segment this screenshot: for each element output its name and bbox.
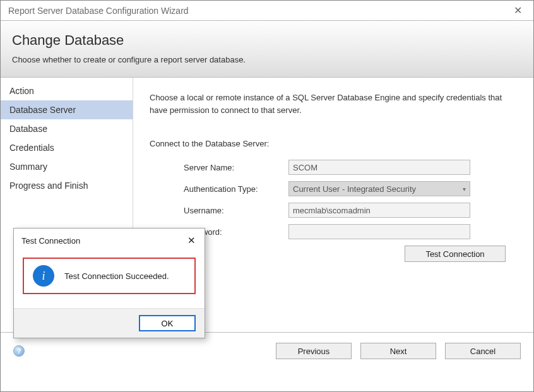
auth-type-select[interactable]: Current User - Integrated Security ▾ [288, 181, 470, 196]
intro-text: Choose a local or remote instance of a S… [150, 92, 503, 116]
dialog-title: Test Connection [21, 236, 80, 246]
username-label: Username: [150, 206, 288, 215]
row-username: Username: [150, 203, 517, 218]
sidebar-item-database-server[interactable]: Database Server [1, 100, 133, 119]
password-input [288, 224, 470, 239]
dialog-highlight: i Test Connection Succeeded. [23, 258, 196, 294]
titlebar: Report Server Database Configuration Wiz… [1, 1, 533, 21]
next-button[interactable]: Next [360, 343, 436, 359]
page-subtitle: Choose whether to create or configure a … [12, 55, 522, 64]
username-input [288, 203, 470, 218]
server-name-label: Server Name: [150, 163, 288, 172]
page-title: Change Database [12, 32, 522, 49]
chevron-down-icon: ▾ [463, 186, 466, 193]
section-label: Connect to the Database Server: [150, 139, 517, 148]
footer-buttons: Previous Next Cancel [276, 343, 521, 359]
close-icon[interactable]: ✕ [509, 2, 527, 19]
cancel-button[interactable]: Cancel [445, 343, 521, 359]
server-name-input[interactable] [288, 160, 470, 175]
sidebar-item-summary[interactable]: Summary [1, 157, 133, 176]
sidebar-item-progress[interactable]: Progress and Finish [1, 176, 133, 195]
sidebar-item-database[interactable]: Database [1, 119, 133, 138]
dialog-close-icon[interactable]: ✕ [185, 234, 198, 247]
auth-type-value: Current User - Integrated Security [293, 184, 416, 194]
row-auth-type: Authentication Type: Current User - Inte… [150, 181, 517, 196]
test-connection-button[interactable]: Test Connection [405, 246, 506, 262]
dialog-titlebar: Test Connection ✕ [14, 229, 205, 251]
auth-type-label: Authentication Type: [150, 184, 288, 194]
sidebar-item-action[interactable]: Action [1, 81, 133, 100]
ok-button[interactable]: OK [139, 315, 196, 331]
dialog-message: Test Connection Succeeded. [64, 271, 169, 281]
test-connection-dialog: Test Connection ✕ i Test Connection Succ… [13, 228, 205, 338]
dialog-footer: OK [14, 308, 205, 338]
wizard-header: Change Database Choose whether to create… [1, 21, 533, 78]
help-icon[interactable]: ? [13, 345, 25, 357]
previous-button[interactable]: Previous [276, 343, 352, 359]
sidebar-item-credentials[interactable]: Credentials [1, 138, 133, 157]
window-title: Report Server Database Configuration Wiz… [8, 6, 189, 16]
row-server-name: Server Name: [150, 160, 517, 175]
info-icon: i [33, 265, 54, 287]
